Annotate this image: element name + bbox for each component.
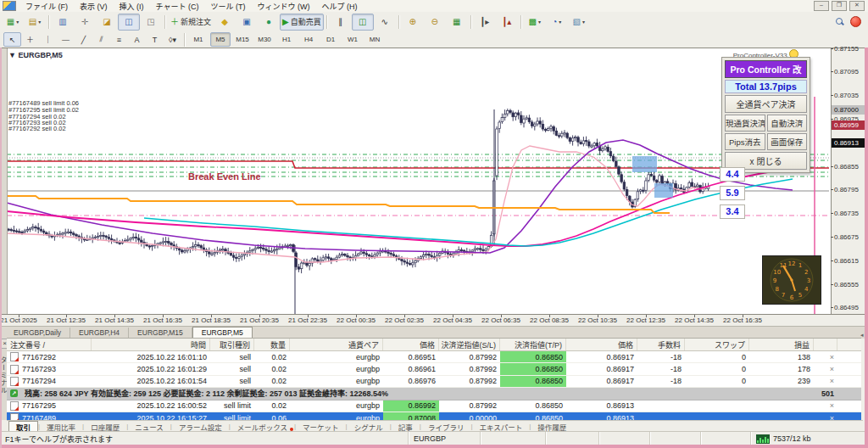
arrange-a-button[interactable]: ┃▸ <box>474 14 496 31</box>
screenshot-button[interactable]: 画面保存 <box>767 133 808 150</box>
column-header[interactable]: 時間 <box>92 339 210 350</box>
column-header[interactable]: 価格 <box>566 339 637 350</box>
cursor-tool[interactable]: ↖ <box>3 32 21 47</box>
timeframe-h1[interactable]: H1 <box>276 32 297 47</box>
bar-chart-button[interactable]: ∥ <box>330 14 352 31</box>
column-header[interactable]: 手数料 <box>637 339 685 350</box>
pips-clear-button[interactable]: Pips消去 <box>725 133 765 150</box>
pips-label-box[interactable]: 5.9 <box>720 186 745 200</box>
terminal-tab-2[interactable]: 口座履歴 <box>84 422 126 432</box>
notification-icon[interactable] <box>850 16 861 27</box>
pips-label-box[interactable]: 4.4 <box>720 167 745 182</box>
price-chart[interactable] <box>0 48 831 315</box>
arrange-b-button[interactable]: ┃▴ <box>496 14 518 31</box>
tile-windows-button[interactable]: ▦ <box>446 14 468 31</box>
timeframe-m1[interactable]: M1 <box>188 32 209 47</box>
time-axis[interactable]: 21 Oct 202521 Oct 12:3521 Oct 14:3521 Oc… <box>0 314 868 327</box>
order-row[interactable]: 771672952025.10.22 16:00:52sell limit0.0… <box>7 400 861 412</box>
close-order-icon[interactable]: × <box>814 400 837 412</box>
timeframe-m30[interactable]: M30 <box>254 32 275 47</box>
order-row[interactable]: 771672922025.10.22 16:01:10sell0.02eurgb… <box>7 351 861 363</box>
svg-text:6: 6 <box>790 294 794 301</box>
column-header[interactable]: スワップ <box>685 339 749 350</box>
terminal-tab-8[interactable]: 記事 <box>392 422 420 432</box>
terminal-tab-4[interactable]: アラーム設定 <box>172 422 229 432</box>
strategy-tester-button[interactable]: ◳ <box>140 14 162 31</box>
trendline-tool[interactable]: ╱ <box>75 32 92 47</box>
community-button[interactable]: ● <box>258 14 280 31</box>
data-window-button[interactable]: ✛ <box>74 14 96 31</box>
templates-button[interactable]: ▧▾ <box>568 14 590 31</box>
dropdown-caret-icon: ▾ <box>16 19 19 25</box>
new-chart-button[interactable]: ▦▾ <box>2 14 24 31</box>
timeframe-m5[interactable]: M5 <box>210 32 231 47</box>
terminal-tab-6[interactable]: マーケット <box>296 422 346 432</box>
menu-フ[interactable]: ファイル (F) <box>19 2 74 12</box>
shapes-tool[interactable]: ◊▾ <box>164 32 181 47</box>
column-header[interactable]: 損益 <box>749 339 814 350</box>
column-header[interactable]: 決済逆指値(S/L) <box>439 339 500 350</box>
timeframe-d1[interactable]: D1 <box>320 32 341 47</box>
terminal-tab-9[interactable]: ライブラリ <box>421 422 471 432</box>
terminal-tab-1[interactable]: 運用比率 <box>40 422 82 432</box>
menu-挿[interactable]: 挿入 (I) <box>114 2 150 12</box>
periods-button[interactable]: ◔▾ <box>546 14 568 31</box>
order-row[interactable]: 771672932025.10.22 16:01:29sell0.02eurgb… <box>7 363 861 375</box>
add-indicator-button[interactable]: ▩▾ <box>524 14 546 31</box>
column-header[interactable]: 注文番号 / <box>7 339 92 350</box>
market-watch-button[interactable]: ▥ <box>52 14 74 31</box>
terminal-button[interactable]: ◫ <box>118 14 140 31</box>
timeframe-w1[interactable]: W1 <box>342 32 363 47</box>
auto-close-button[interactable]: 自動決済 <box>767 115 808 132</box>
hline-tool[interactable]: — <box>57 32 75 47</box>
column-header[interactable]: 取引種別 <box>210 339 254 350</box>
pips-label-box[interactable]: 3.4 <box>720 204 745 219</box>
menu-ヘ[interactable]: ヘルプ (H) <box>315 2 363 12</box>
close-all-pairs-button[interactable]: 全通貨ペア決済 <box>725 95 807 113</box>
zoom-out-button[interactable]: ⊖ <box>424 14 446 31</box>
crosshair-tool[interactable]: ＋ <box>21 32 39 47</box>
restore-button[interactable]: ❐ <box>832 1 847 11</box>
terminal-tab-10[interactable]: エキスパート <box>472 422 529 432</box>
menu-表[interactable]: 表示 (V) <box>74 2 114 12</box>
label-tool[interactable]: T <box>146 32 164 47</box>
new-order-button[interactable]: ＋新規注文 <box>168 14 214 31</box>
indicator-drop-button[interactable]: ◆ <box>214 14 236 31</box>
fibo-tool[interactable]: ≡ <box>110 32 128 47</box>
timeframe-mn[interactable]: MN <box>364 32 385 47</box>
price-level-box: 0.86913 <box>832 138 867 148</box>
column-header[interactable]: 数量 <box>254 339 290 350</box>
vline-tool[interactable]: ｜ <box>39 32 57 47</box>
column-header[interactable]: 通貨ペア <box>290 339 383 350</box>
column-header[interactable]: 価格 <box>383 339 439 350</box>
channel-tool[interactable]: ⫽ <box>92 32 110 47</box>
close-order-icon[interactable]: × <box>814 363 837 374</box>
close-order-icon[interactable]: × <box>814 376 837 387</box>
column-header[interactable]: 決済指値(T/P) <box>500 339 566 350</box>
text-tool[interactable]: A <box>128 32 146 47</box>
autotrade-button[interactable]: ▶自動売買 <box>280 14 324 31</box>
timeframe-m15[interactable]: M15 <box>232 32 253 47</box>
zoom-in-button[interactable]: ⊕ <box>402 14 424 31</box>
profiles-button[interactable]: ▤▾ <box>24 14 46 31</box>
terminal-tab-5[interactable]: メールボックス <box>231 422 294 432</box>
timeframe-h4[interactable]: H4 <box>298 32 319 47</box>
close-order-icon[interactable]: × <box>814 351 837 362</box>
close-button[interactable]: ✕ <box>849 1 865 11</box>
chart-tab-eurgbpm5[interactable]: EURGBP,M5 <box>192 327 253 339</box>
menu-チ[interactable]: チャート (C) <box>150 2 205 12</box>
navigator-button[interactable]: ◪ <box>96 14 118 31</box>
terminal-tab-3[interactable]: ニュース <box>128 422 170 432</box>
order-row[interactable]: 771672942025.10.22 16:01:54sell0.02eurgb… <box>7 376 861 388</box>
menu-ツ[interactable]: ツール (T) <box>204 2 251 12</box>
candle-chart-button[interactable]: ◫ <box>352 14 374 31</box>
menu-ウ[interactable]: ウィンドウ (W) <box>251 2 315 12</box>
search-icon[interactable] <box>836 18 843 25</box>
depth-button[interactable]: ▣ <box>236 14 258 31</box>
terminal-tab-7[interactable]: シグナル <box>348 422 390 432</box>
terminal-tab-11[interactable]: 操作履歴 <box>531 422 573 432</box>
minimize-button[interactable]: – <box>814 1 829 11</box>
price-axis[interactable]: 0.871550.870950.870350.869750.868550.867… <box>831 48 865 315</box>
line-chart-button[interactable]: ∿ <box>374 14 396 31</box>
close-current-pair-button[interactable]: 現通貨決済 <box>725 115 765 132</box>
